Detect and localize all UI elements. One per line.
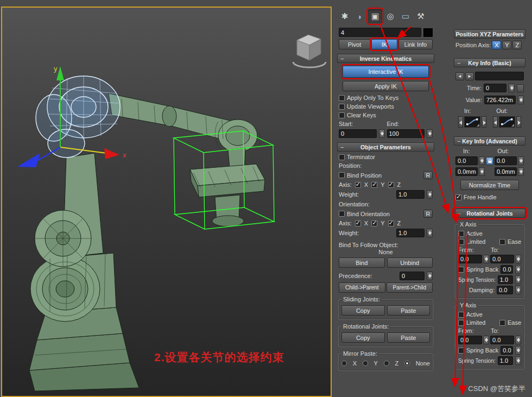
y-from-spinner[interactable] [483, 336, 489, 344]
in-tangent-copy-right-arrow[interactable] [482, 116, 486, 128]
out-value-field[interactable]: 0.0 [495, 156, 517, 165]
precedence-spinner[interactable] [427, 272, 433, 280]
end-field[interactable]: 100 [387, 129, 425, 138]
viewport[interactable]: y x 2.设置各关节的选择约束 [1, 7, 332, 397]
utilities-tab[interactable]: ⚒ [414, 9, 428, 23]
apply-ik-button[interactable]: Apply IK [343, 81, 429, 91]
ik-button[interactable]: IK [371, 39, 397, 49]
time-field[interactable]: 0 [484, 84, 506, 92]
rotational-copy-button[interactable]: Copy [341, 332, 385, 343]
bind-button[interactable]: Bind [339, 257, 385, 268]
out-value-spinner[interactable] [518, 156, 524, 165]
x-damping-spinner[interactable] [515, 286, 521, 294]
value-field[interactable]: 726.422m [484, 96, 516, 104]
lock-tangents-button[interactable] [486, 157, 493, 165]
bind-orientation-relative-button[interactable]: R [423, 210, 433, 218]
parent-child-button[interactable]: Parent->Child [387, 282, 433, 293]
out-mm-spinner[interactable] [518, 167, 524, 176]
in-tangent-button[interactable] [464, 116, 480, 128]
x-damping-field[interactable]: 0.0 [497, 286, 513, 294]
y-spring-back-spinner[interactable] [515, 346, 521, 355]
orientation-axis-y-checkbox[interactable] [371, 220, 377, 226]
position-axis-y-button[interactable]: Y [502, 41, 511, 49]
interactive-ik-button[interactable]: Interactive IK [343, 66, 429, 78]
in-value-spinner[interactable] [479, 156, 485, 165]
apply-only-to-keys-checkbox[interactable] [339, 95, 345, 101]
hierarchy-tab[interactable]: ▣ [368, 9, 382, 23]
value-spinner[interactable] [518, 96, 524, 104]
x-limited-checkbox[interactable] [458, 239, 464, 245]
in-value-field[interactable]: 0.0 [455, 156, 478, 165]
terminator-checkbox[interactable] [339, 154, 345, 160]
sliding-copy-button[interactable]: Copy [341, 305, 385, 316]
y-limited-checkbox[interactable] [458, 320, 464, 326]
bind-orientation-checkbox[interactable] [339, 211, 345, 217]
x-from-field[interactable]: 0.0 [458, 255, 482, 263]
position-weight-spinner[interactable] [427, 190, 433, 199]
orientation-weight-spinner[interactable] [427, 229, 433, 237]
y-to-spinner[interactable] [515, 336, 521, 344]
out-tangent-copy-right-arrow[interactable] [516, 116, 521, 128]
out-tangent-copy-left-arrow[interactable] [493, 116, 498, 128]
in-tangent-copy-left-arrow[interactable] [458, 116, 463, 128]
position-axis-y-checkbox[interactable] [371, 182, 377, 188]
normalize-time-button[interactable]: Normalize Time [460, 180, 519, 190]
x-ease-checkbox[interactable] [499, 239, 505, 245]
orientation-axis-x-checkbox[interactable] [355, 220, 361, 226]
prev-key-button[interactable]: ◄ [455, 72, 464, 80]
rollout-rotational-joints[interactable]: Rotational Joints [454, 209, 525, 218]
rollout-key-info-basic[interactable]: Key Info (Basic) [454, 58, 525, 67]
x-spring-tension-field[interactable]: 1.0 [498, 275, 513, 284]
y-spring-tension-field[interactable]: 1.0 [498, 356, 513, 365]
x-spring-back-checkbox[interactable] [458, 267, 464, 273]
sliding-paste-button[interactable]: Paste [387, 305, 430, 316]
y-to-field[interactable]: 0.0 [490, 336, 514, 344]
rotational-paste-button[interactable]: Paste [387, 332, 430, 343]
rollout-position-xyz-parameters[interactable]: Position XYZ Parameters [454, 29, 525, 39]
y-spring-back-checkbox[interactable] [458, 348, 464, 354]
orientation-axis-z-checkbox[interactable] [388, 220, 394, 226]
position-axis-x-checkbox[interactable] [355, 182, 361, 188]
motion-tab[interactable]: ◎ [383, 9, 397, 23]
rollout-key-info-advanced[interactable]: Key Info (Advanced) [454, 136, 525, 146]
time-spinner[interactable] [509, 84, 515, 92]
key-number-field[interactable] [475, 72, 524, 80]
in-mm-spinner[interactable] [479, 167, 485, 176]
bind-position-relative-button[interactable]: R [423, 171, 433, 179]
clear-keys-checkbox[interactable] [339, 112, 345, 118]
y-spring-back-field[interactable]: 0.0 [501, 346, 513, 355]
child-parent-button[interactable]: Child->Parent [339, 282, 385, 293]
pivot-button[interactable]: Pivot [339, 39, 370, 49]
position-axis-x-button[interactable]: X [492, 41, 501, 49]
y-spring-tension-spinner[interactable] [515, 356, 521, 365]
object-color-swatch[interactable] [423, 28, 433, 37]
y-active-checkbox[interactable] [458, 312, 464, 318]
time-lock-button[interactable] [517, 84, 524, 92]
precedence-field[interactable]: 0 [400, 272, 425, 280]
object-name-field[interactable]: 4 [339, 28, 421, 37]
out-mm-field[interactable]: 0.0mm [495, 167, 517, 176]
y-ease-checkbox[interactable] [499, 320, 505, 326]
y-from-field[interactable]: 0.0 [458, 336, 482, 344]
mirror-z-radio[interactable] [384, 361, 389, 366]
start-spinner[interactable] [379, 129, 385, 138]
x-active-checkbox[interactable] [458, 231, 464, 237]
view-cube[interactable] [293, 35, 326, 67]
selected-joint-highlight[interactable] [36, 76, 120, 157]
mirror-none-radio[interactable] [404, 361, 410, 366]
start-field[interactable]: 0 [339, 129, 377, 138]
in-mm-field[interactable]: 0.0mm [455, 167, 478, 176]
x-from-spinner[interactable] [483, 255, 489, 263]
out-tangent-button[interactable] [499, 116, 515, 128]
x-to-field[interactable]: 0.0 [490, 255, 514, 263]
display-tab[interactable]: ▭ [398, 9, 413, 23]
x-spring-back-spinner[interactable] [515, 265, 521, 274]
modify-tab[interactable]: ◗ [353, 9, 367, 23]
rollout-inverse-kinematics[interactable]: Inverse Kinematics [337, 54, 434, 63]
mirror-y-radio[interactable] [363, 361, 368, 366]
end-spinner[interactable] [427, 129, 433, 138]
update-viewports-checkbox[interactable] [339, 104, 345, 110]
position-axis-z-checkbox[interactable] [388, 182, 394, 188]
bind-position-checkbox[interactable] [339, 172, 345, 178]
orientation-weight-field[interactable]: 1.0 [396, 229, 425, 237]
